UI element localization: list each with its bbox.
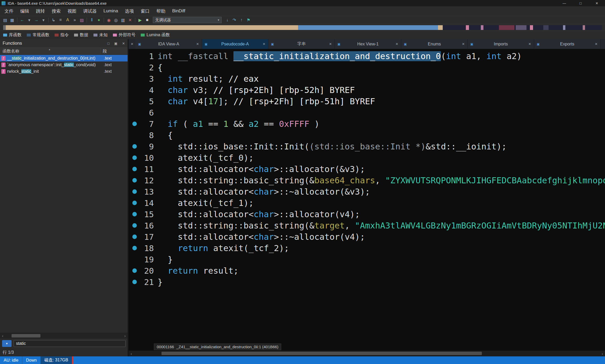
scroll-right-icon[interactable]: ›: [122, 334, 128, 338]
pseudocode-scrollbar-thumb[interactable]: [161, 352, 482, 355]
run-until-return-icon[interactable]: ↑: [238, 17, 245, 23]
breakpoint-dot[interactable]: [132, 144, 137, 149]
tab-6[interactable]: ▣Exports✕: [534, 39, 601, 49]
breakpoints-icon[interactable]: ◉: [105, 17, 112, 23]
menu-item-3[interactable]: 搜索: [48, 6, 64, 16]
menu-item-10[interactable]: BinDiff: [169, 6, 189, 16]
code-line-17[interactable]: 17 std::allocator<char>::~allocator(v4);: [129, 231, 605, 242]
breakpoint-dot[interactable]: [132, 178, 137, 183]
search-text-icon[interactable]: A: [64, 17, 71, 23]
navigation-band[interactable]: [0, 24, 605, 31]
breakpoint-dot[interactable]: [132, 235, 137, 239]
breakpoint-dot[interactable]: [132, 155, 137, 160]
search-options-button[interactable]: ▾: [2, 340, 12, 347]
tab-close-icon[interactable]: ✕: [528, 42, 531, 46]
menu-item-5[interactable]: 调试器: [80, 6, 100, 16]
tab-close-icon[interactable]: ✕: [263, 42, 265, 46]
tab-4[interactable]: ▣Enums✕: [401, 39, 468, 49]
code-line-3[interactable]: 3 int result; // eax: [129, 73, 605, 84]
panel-float-icon[interactable]: ▣: [114, 41, 117, 45]
code-line-1[interactable]: 1int __fastcall __static_initialization_…: [129, 50, 605, 62]
tab-close-icon[interactable]: ✕: [196, 42, 199, 46]
code-line-16[interactable]: 16 std::string::basic_string(&target, "A…: [129, 220, 605, 231]
pause-process-icon[interactable]: ‖: [88, 17, 95, 23]
tab-close-icon[interactable]: ✕: [395, 42, 398, 46]
panel-close-icon[interactable]: ✕: [122, 41, 125, 45]
navband-track[interactable]: [3, 25, 602, 30]
column-header-segment[interactable]: 段: [100, 48, 128, 55]
continue-process-icon[interactable]: ●: [95, 17, 102, 23]
code-line-21[interactable]: 21}: [129, 276, 605, 288]
highlight-color-icon[interactable]: ▨: [78, 17, 85, 23]
tab-close-icon[interactable]: ✕: [595, 42, 598, 46]
function-row-1[interactable]: f`anonymous namespace'::init_static_cond…: [0, 61, 128, 68]
code-line-13[interactable]: 13 std::allocator<char>::~allocator(&v3)…: [129, 186, 605, 197]
tab-2[interactable]: ▣字串✕: [268, 39, 335, 49]
code-line-7[interactable]: 7 if ( a1 == 1 && a2 == 0xFFFF ): [129, 118, 605, 129]
code-line-10[interactable]: 10 atexit(_tcf_0);: [129, 152, 605, 163]
code-line-12[interactable]: 12 std::string::basic_string(&base64_cha…: [129, 175, 605, 186]
tab-0[interactable]: ▣IDA View-A✕: [135, 39, 202, 49]
debugger-options-icon[interactable]: ⚑: [245, 17, 252, 23]
code-line-20[interactable]: 20 return result;: [129, 265, 605, 276]
code-line-19[interactable]: 19 }: [129, 254, 605, 265]
menu-item-6[interactable]: Lumina: [100, 6, 122, 16]
code-line-6[interactable]: 6: [129, 107, 605, 118]
breakpoint-dot[interactable]: [132, 246, 137, 250]
produce-file-icon[interactable]: ▦: [9, 17, 16, 23]
jump-address-icon[interactable]: ↳: [50, 17, 57, 23]
code-line-2[interactable]: 2{: [129, 62, 605, 73]
detach-icon[interactable]: ✕: [127, 17, 134, 23]
menu-item-1[interactable]: 编辑: [17, 6, 33, 16]
panel-maximize-icon[interactable]: □: [107, 41, 109, 45]
step-into-icon[interactable]: ↓: [224, 17, 231, 23]
maximize-button[interactable]: □: [572, 0, 589, 6]
menu-item-4[interactable]: 视图: [64, 6, 80, 16]
code-line-14[interactable]: 14 atexit(_tcf_1);: [129, 197, 605, 209]
breakpoint-dot[interactable]: [132, 122, 137, 126]
back-history-icon[interactable]: ▾: [26, 17, 33, 23]
code-line-4[interactable]: 4 char v3; // [rsp+2Eh] [rbp-52h] BYREF: [129, 84, 605, 96]
code-line-11[interactable]: 11 std::allocator<char>::allocator(&v3);: [129, 163, 605, 175]
menu-item-8[interactable]: 窗口: [137, 6, 153, 16]
forward-history-icon[interactable]: ▾: [40, 17, 47, 23]
breakpoint-dot[interactable]: [132, 212, 137, 216]
tab-1[interactable]: ▣Pseudocode-A✕: [202, 39, 268, 49]
breakpoint-dot[interactable]: [132, 223, 137, 228]
functions-filter-input[interactable]: [14, 340, 126, 347]
cross-references-icon[interactable]: ≡: [57, 17, 64, 23]
menu-item-2[interactable]: 跳转: [33, 6, 48, 16]
function-row-2[interactable]: frwlock_static_init.text: [0, 68, 128, 75]
menu-item-7[interactable]: 选项: [122, 6, 137, 16]
pane-close-icon[interactable]: ✕: [129, 39, 135, 49]
tab-3[interactable]: ▣Hex View-1✕: [335, 39, 401, 49]
pseudocode-hscrollbar[interactable]: ‹ ›: [129, 351, 605, 356]
scroll-left-icon[interactable]: ‹: [0, 334, 5, 338]
breakpoint-dot[interactable]: [132, 268, 137, 273]
pseudocode-view[interactable]: 1int __fastcall __static_initialization_…: [129, 49, 605, 343]
scroll-right-icon[interactable]: ›: [600, 351, 605, 356]
minimize-button[interactable]: —: [556, 0, 572, 6]
code-line-9[interactable]: 9 std::ios_base::Init::Init((std::ios_ba…: [129, 141, 605, 152]
function-row-0[interactable]: f__static_initialization_and_destruction…: [0, 55, 128, 61]
scroll-left-icon[interactable]: ‹: [129, 351, 134, 356]
code-line-8[interactable]: 8 {: [129, 129, 605, 141]
tab-close-icon[interactable]: ✕: [462, 42, 465, 46]
stop-process-icon[interactable]: ■: [144, 17, 151, 23]
save-database-icon[interactable]: ▤: [2, 17, 9, 23]
code-line-15[interactable]: 15 std::allocator<char>::allocator(v4);: [129, 209, 605, 220]
debugger-selector[interactable]: 无调试器▾: [153, 17, 222, 23]
breakpoint-dot[interactable]: [132, 167, 137, 171]
start-process-icon[interactable]: ▶: [137, 17, 144, 23]
close-button[interactable]: ✕: [589, 0, 605, 6]
step-over-icon[interactable]: ↷: [231, 17, 238, 23]
functions-scrollbar-thumb[interactable]: [12, 334, 40, 337]
breakpoint-dot[interactable]: [132, 189, 137, 194]
tab-close-icon[interactable]: ✕: [329, 42, 332, 46]
breakpoint-dot[interactable]: [132, 201, 137, 205]
breakpoint-dot[interactable]: [132, 280, 137, 284]
menu-item-9[interactable]: 帮助: [153, 6, 169, 16]
watches-icon[interactable]: ◎: [112, 17, 119, 23]
code-line-5[interactable]: 5 char v4[17]; // [rsp+2Fh] [rbp-51h] BY…: [129, 96, 605, 107]
code-line-18[interactable]: 18 return atexit(_tcf_2);: [129, 242, 605, 254]
